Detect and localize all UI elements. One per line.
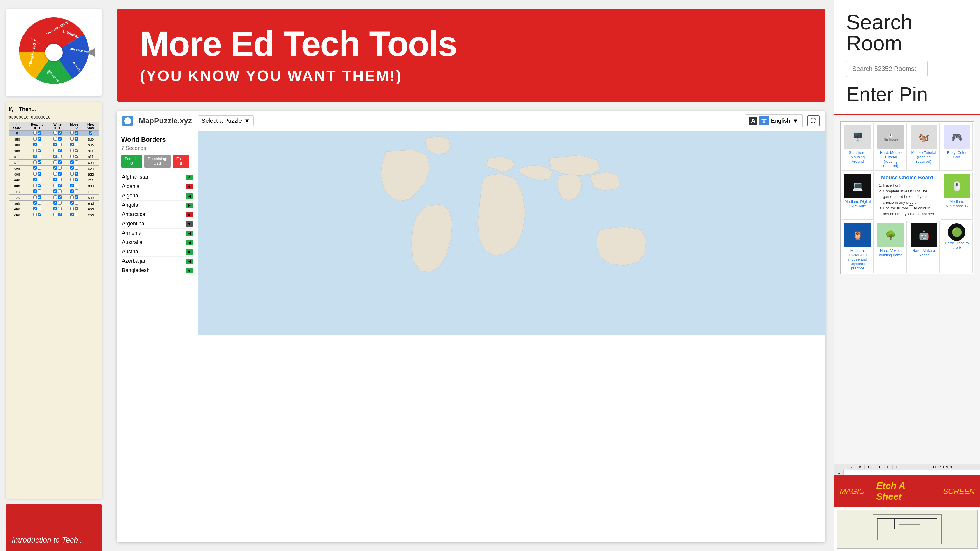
- map-puzzle-card: MapPuzzle.xyz Select a Puzzle ▼ A 文 Engl…: [117, 111, 826, 542]
- select-puzzle-chevron: ▼: [244, 118, 250, 124]
- col-b: B: [856, 465, 865, 469]
- color-sort-thumb: 🎮: [943, 125, 970, 149]
- country-name: Argentina: [122, 221, 145, 227]
- mousing-around-thumb: 🖥️: [845, 125, 871, 149]
- choice-cell-voxels[interactable]: 🌳 Hard: Voxels building game: [875, 221, 907, 273]
- list-item[interactable]: Algeria ◀: [121, 191, 193, 200]
- country-flag: ▶: [186, 203, 193, 208]
- country-flag: ▼: [186, 221, 193, 227]
- w1[interactable]: [58, 137, 62, 141]
- stat-found-value: 0: [130, 161, 133, 166]
- row-1: 1: [834, 470, 980, 475]
- country-name: Australia: [122, 239, 142, 246]
- choice-cell-trace[interactable]: 🟢 Hard: Trace to the b: [941, 221, 973, 273]
- choice-cell-owlieboo[interactable]: 🦉 Medium: OwlieBOO mouse and keyboard pr…: [842, 221, 873, 273]
- choice-cell-mousing-around[interactable]: 🖥️ Start here: Mousing Around: [842, 123, 873, 171]
- country-name: Algeria: [122, 193, 138, 199]
- fullscreen-button[interactable]: ⛶: [807, 116, 819, 126]
- ml[interactable]: [70, 137, 74, 141]
- choice-board-instructions: Have Fun! Complete at least 8 of The gam…: [878, 183, 937, 217]
- country-list: Afghanistan 🏳 Albania ▼ Algeria ◀ Ang: [121, 173, 193, 275]
- mouse-tutorial-label: Mouse Tutorial (reading required): [911, 151, 937, 164]
- col-in-state: InState: [9, 122, 25, 130]
- instruction-3: Use the fill tool to color in any box th…: [883, 205, 937, 217]
- col-c: C: [865, 465, 874, 469]
- language-button[interactable]: A 文 English ▼: [745, 114, 803, 127]
- instruction-1: Have Fun!: [883, 183, 937, 188]
- turing-card: If, Then... 00000010 00000010 InState Re…: [6, 102, 102, 499]
- choice-cell-mouse-tutorial-hard[interactable]: 🖱️ The Mouse Hard: Mouse Tutorial (readi…: [875, 123, 907, 171]
- mouse-img: 🖱️: [888, 133, 893, 138]
- stat-fails-value: 0: [180, 161, 182, 166]
- spinner-container[interactable]: 1. Which... 9. Hoh... 5. 4. Did anything…: [16, 14, 92, 91]
- turing-tape: 00000010 00000010: [9, 115, 99, 119]
- check-ml[interactable]: [70, 131, 74, 135]
- r0[interactable]: [33, 137, 37, 141]
- list-item[interactable]: Australia ◀: [121, 238, 193, 247]
- w0[interactable]: [53, 137, 57, 141]
- list-item[interactable]: Armenia ◀: [121, 229, 193, 238]
- instruction-2: Complete at least 8 of The game board bo…: [883, 188, 937, 205]
- list-item[interactable]: Afghanistan 🏳: [121, 173, 193, 182]
- row-1-cells: [844, 470, 980, 475]
- table-row: sub s11: [9, 148, 99, 154]
- list-item[interactable]: Azerbaijan ◀: [121, 257, 193, 266]
- country-flag: ■: [186, 249, 193, 254]
- page-grid: 1. Which... 9. Hoh... 5. 4. Did anything…: [0, 0, 980, 551]
- check-w1[interactable]: [58, 131, 62, 135]
- table-row: end end: [9, 212, 99, 218]
- map-logo: [123, 116, 133, 126]
- list-item[interactable]: Bangladesh ▼: [121, 266, 193, 275]
- red-bottom-card: Introduction to Tech ...: [6, 504, 102, 551]
- check-ns[interactable]: [89, 131, 92, 135]
- list-item[interactable]: Angola ▶: [121, 200, 193, 210]
- stat-fails-label: Fails:: [177, 157, 186, 161]
- country-name: Antarctica: [122, 211, 145, 218]
- table-row: sub sub: [9, 142, 99, 148]
- check-r0[interactable]: [33, 131, 37, 135]
- table-row: sub sub: [9, 137, 99, 142]
- country-name: Bangladesh: [122, 267, 150, 273]
- choice-cell-color-sort[interactable]: 🎮 Easy: Color Sort: [941, 123, 973, 171]
- col-new-state: NewState: [83, 122, 99, 130]
- map-site-name: MapPuzzle.xyz: [139, 116, 192, 125]
- search-rooms-input[interactable]: [846, 60, 928, 77]
- color-sort-label: Easy: Color Sort: [943, 151, 970, 159]
- turing-then-label: Then...: [19, 106, 36, 113]
- country-flag: 🏳: [186, 175, 193, 180]
- lang-label: English: [771, 118, 791, 124]
- country-flag: ◀: [186, 259, 193, 264]
- mr[interactable]: [75, 137, 78, 141]
- choice-cell-minimoose[interactable]: 🖱️ Medium: Minimoose G: [941, 172, 973, 219]
- col-a: A: [846, 465, 856, 469]
- check-r1[interactable]: [38, 131, 41, 135]
- mouse-tutorial-hard-thumb: 🖱️ The Mouse: [877, 125, 904, 149]
- choice-board-grid: 🖥️ Start here: Mousing Around 🖱️ The Mou…: [840, 121, 974, 274]
- make-robot-thumb: 🤖: [911, 223, 937, 247]
- make-robot-label: Hard: Make a Robot: [911, 248, 937, 257]
- r1[interactable]: [38, 137, 41, 141]
- map-toolbar: MapPuzzle.xyz Select a Puzzle ▼ A 文 Engl…: [117, 111, 826, 131]
- check-w0[interactable]: [53, 131, 57, 135]
- choice-board-main-title: Mouse Choice Board: [878, 175, 937, 181]
- select-puzzle-button[interactable]: Select a Puzzle ▼: [198, 116, 254, 126]
- map-sidebar: World Borders 7 Seconds Founds: 0 Remain…: [117, 131, 198, 335]
- world-map-svg: [198, 131, 826, 335]
- stat-remaining: Remaining: 173: [145, 155, 171, 168]
- red-card-text: Introduction to Tech ...: [12, 535, 86, 545]
- stat-remaining-label: Remaining:: [148, 157, 167, 161]
- etch-drawing-area[interactable]: [837, 510, 978, 549]
- choice-board-section: 🖥️ Start here: Mousing Around 🖱️ The Mou…: [834, 116, 980, 464]
- list-item[interactable]: Austria ■: [121, 247, 193, 257]
- choice-cell-mouse-tutorial[interactable]: 🐿️ Mouse Tutorial (reading required): [908, 123, 940, 171]
- list-item[interactable]: Argentina ▼: [121, 219, 193, 229]
- choice-cell-make-robot[interactable]: 🤖 Hard: Make a Robot: [908, 221, 940, 273]
- map-area[interactable]: [198, 131, 826, 335]
- check-mr[interactable]: [75, 131, 78, 135]
- col-d: D: [874, 465, 883, 469]
- list-item[interactable]: Albania ▼: [121, 182, 193, 191]
- country-name: Afghanistan: [122, 174, 150, 180]
- choice-cell-digital-light-brite[interactable]: 💻 Medium: Digital Light-brite: [842, 172, 873, 219]
- table-row: add add: [9, 183, 99, 189]
- list-item[interactable]: Antarctica ■: [121, 210, 193, 219]
